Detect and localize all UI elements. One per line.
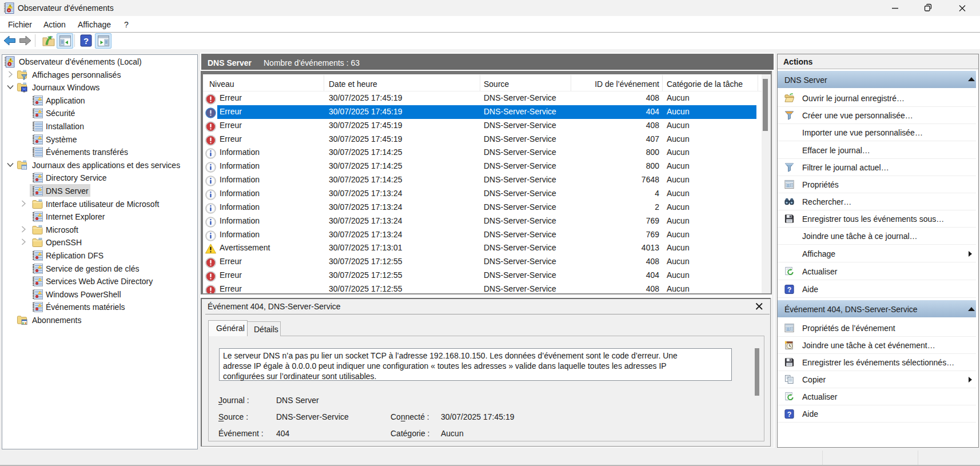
svg-text:?: ?	[83, 36, 89, 46]
